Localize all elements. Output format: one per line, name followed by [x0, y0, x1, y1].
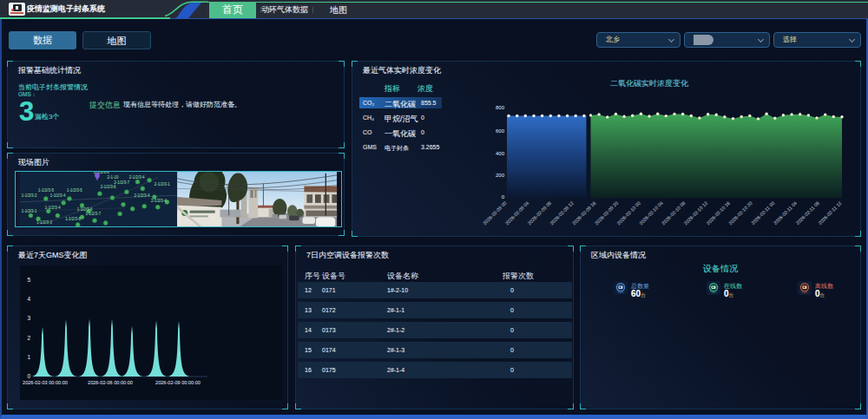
svg-text:2-1/2/3-4: 2-1/2/3-4: [129, 175, 145, 180]
svg-text:0: 0: [27, 373, 30, 379]
svg-text:800: 800: [496, 105, 505, 110]
svg-text:1-1/2/3-4: 1-1/2/3-4: [50, 193, 66, 198]
svg-text:1-1/2/3-3: 1-1/2/3-3: [36, 220, 52, 225]
svg-text:1-1/2/3-8: 1-1/2/3-8: [65, 217, 81, 221]
svg-text:1-1/2/3-4: 1-1/2/3-4: [45, 206, 61, 210]
svg-text:1-1/2/3-6: 1-1/2/3-6: [77, 207, 93, 212]
svg-text:2026-02-11 12: 2026-02-11 12: [817, 200, 842, 226]
svg-text:2-1/2/3-1: 2-1/2/3-1: [155, 182, 170, 187]
svg-text:1: 1: [27, 354, 30, 360]
svg-text:2-1/2/3-6: 2-1/2/3-6: [101, 185, 116, 189]
svg-text:2-1-10: 2-1-10: [108, 175, 119, 180]
svg-text:二氧化碳实时浓度变化: 二氧化碳实时浓度变化: [610, 79, 689, 88]
svg-text:1-1/2/3-7: 1-1/2/3-7: [85, 212, 101, 216]
svg-text:2026-02-09 00:00:00: 2026-02-09 00:00:00: [155, 380, 201, 385]
svg-text:2-1/2/3-4: 2-1/2/3-4: [151, 199, 167, 203]
svg-text:0: 0: [502, 194, 505, 200]
svg-text:2026-02-06 00:00:00: 2026-02-06 00:00:00: [88, 380, 133, 385]
svg-text:5: 5: [27, 277, 30, 283]
svg-text:1-1/2/3-5: 1-1/2/3-5: [38, 188, 54, 193]
svg-text:2: 2: [27, 335, 30, 341]
svg-text:600: 600: [496, 128, 505, 134]
svg-text:2-1/2/3-7: 2-1/2/3-7: [114, 180, 129, 185]
svg-text:400: 400: [496, 151, 505, 156]
svg-text:2-1/2/3-4: 2-1/2/3-4: [135, 193, 150, 198]
svg-text:1-1/2/3-1: 1-1/2/3-1: [22, 209, 37, 213]
svg-text:3: 3: [27, 315, 30, 321]
svg-text:1-1/2/3-2: 1-1/2/3-2: [22, 193, 37, 198]
svg-text:4: 4: [27, 296, 30, 302]
svg-text:200: 200: [496, 173, 505, 178]
svg-text:1-1/2/3-5: 1-1/2/3-5: [67, 188, 82, 193]
svg-text:2026-02-03 00:00:00: 2026-02-03 00:00:00: [23, 380, 68, 385]
